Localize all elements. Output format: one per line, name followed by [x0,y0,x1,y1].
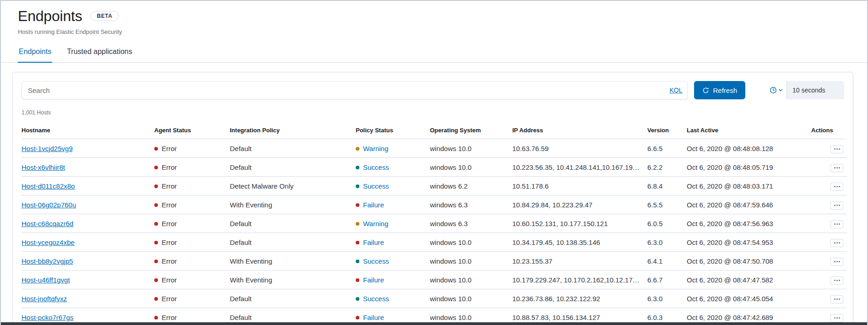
operating-system: windows 6.2 [430,177,512,195]
last-active: Oct 6, 2020 @ 08:48:08.128 [687,139,811,158]
integration-policy: Detect Malware Only [230,177,356,195]
agent-status-label: Error [162,220,177,228]
refresh-button[interactable]: Refresh [694,81,745,99]
row-actions-button[interactable] [830,239,843,247]
policy-status-link[interactable]: Failure [363,201,384,209]
kql-link[interactable]: KQL [669,87,682,94]
ip-address: 10.223.56.35, 10.41.248.141,10.167.19… [512,158,647,177]
tab-endpoints[interactable]: Endpoints [18,43,52,63]
row-actions-button[interactable] [830,145,843,153]
agent-status-label: Error [162,201,177,209]
column-header-ip-address: IP Address [512,122,647,139]
chevron-down-icon [778,88,783,92]
agent-status-dot [154,222,158,226]
ip-address: 10.179.229.247, 10.170.2.162,10.12.17… [512,271,647,289]
table-row: Host-d011c82x8oErrorDetect Malware OnlyS… [22,177,847,195]
ellipsis-icon [834,242,835,244]
tab-trusted-applications[interactable]: Trusted applications [66,43,133,63]
ellipsis-icon [834,317,835,319]
clock-dropdown-button[interactable] [765,81,787,99]
endpoints-page: Endpoints BETA Hosts running Elastic End… [0,0,868,325]
row-actions-button[interactable] [830,314,843,322]
agent-status-label: Error [162,314,177,321]
hostname-link[interactable]: Host-bb8y2vgjp5 [22,257,73,265]
row-actions-button[interactable] [830,276,843,285]
column-header-actions: Actions [811,122,847,139]
hostname-link[interactable]: Host-d011c82x8o [22,182,75,190]
integration-policy: With Eventing [230,195,356,214]
ellipsis-icon [834,186,835,187]
ip-address: 10.34.179.45, 10.138.35.146 [512,233,647,252]
ellipsis-icon [834,280,835,281]
last-active: Oct 6, 2020 @ 08:47:54.953 [687,233,811,252]
hostname-link[interactable]: Host-x6vlhiir8t [22,163,65,171]
agent-status-label: Error [162,145,177,152]
row-actions-button[interactable] [830,164,843,172]
version: 6.2.2 [647,158,687,177]
ellipsis-icon [834,298,835,300]
policy-status-link[interactable]: Failure [363,238,384,246]
hostname-link[interactable]: Host-06g02p760u [22,201,76,209]
last-active: Oct 6, 2020 @ 08:47:59.646 [687,195,811,214]
policy-status-link[interactable]: Success [363,295,389,303]
policy-status-dot [356,260,359,263]
version: 6.6.7 [647,271,687,289]
policy-status-dot [356,203,359,207]
row-actions-button[interactable] [830,183,843,191]
agent-status-dot [154,297,158,301]
hostname-link[interactable]: Host-u46ff1gvgt [22,276,70,284]
beta-badge: BETA [91,11,119,21]
last-active: Oct 6, 2020 @ 08:47:50.708 [687,252,811,271]
ellipsis-icon [834,223,835,225]
table-header-row: HostnameAgent StatusIntegration PolicyPo… [22,122,847,139]
search-box: KQL [22,81,688,99]
policy-status-link[interactable]: Success [363,182,389,190]
policy-status-dot [356,166,359,169]
hostname-link[interactable]: Host-1vcjd25vg9 [22,145,73,152]
policy-status-link[interactable]: Warning [363,220,388,228]
row-actions-button[interactable] [830,220,843,228]
search-input[interactable] [27,86,665,95]
row-actions-button[interactable] [830,295,843,303]
policy-status-dot [356,184,359,188]
ip-address: 10.84.29.84, 10.223.29.47 [512,195,647,214]
auto-refresh-control: 10 seconds [765,81,844,99]
agent-status-label: Error [162,257,177,265]
column-header-policy-status: Policy Status [356,122,430,139]
refresh-button-label: Refresh [713,87,737,94]
table-row: Host-1vcjd25vg9ErrorDefaultWarningwindow… [22,139,847,158]
refresh-interval-value[interactable]: 10 seconds [787,81,844,99]
agent-status-label: Error [162,163,177,171]
hosts-count: 1,001 Hosts [22,109,844,116]
policy-status-link[interactable]: Success [363,257,389,265]
operating-system: windows 6.3 [430,195,512,214]
policy-status-link[interactable]: Warning [363,145,388,152]
agent-status-dot [154,260,158,263]
column-header-agent-status: Agent Status [154,122,230,139]
tab-bar: Endpoints Trusted applications [1,43,867,63]
policy-status-link[interactable]: Failure [363,314,384,321]
hostname-link[interactable]: Host-ycegoz4xbe [22,238,75,246]
endpoints-table: HostnameAgent StatusIntegration PolicyPo… [22,122,847,325]
column-header-last-active: Last Active [687,122,811,139]
table-row: Host-ycegoz4xbeErrorDefaultFailurewindow… [22,233,847,252]
integration-policy: Default [230,158,356,177]
integration-policy: Default [230,139,356,158]
row-actions-button[interactable] [830,258,843,266]
ellipsis-icon [834,167,835,168]
ip-address: 10.23.155.37 [512,252,647,271]
integration-policy: Default [230,289,356,308]
version: 6.3.0 [647,289,687,308]
version: 6.8.4 [647,177,687,195]
hostname-link[interactable]: Host-pcko7r67gs [22,314,73,321]
ellipsis-icon [834,205,835,206]
ip-address: 10.51.178.6 [512,177,647,195]
window-bottom-edge [1,322,867,325]
hostname-link[interactable]: Host-jnoftqfvxz [22,295,67,303]
row-actions-button[interactable] [830,201,843,210]
integration-policy: Default [230,233,356,252]
policy-status-link[interactable]: Success [363,163,389,171]
policy-status-link[interactable]: Failure [363,276,384,284]
agent-status-dot [154,147,158,151]
hostname-link[interactable]: Host-c68cqazr6d [22,220,73,228]
